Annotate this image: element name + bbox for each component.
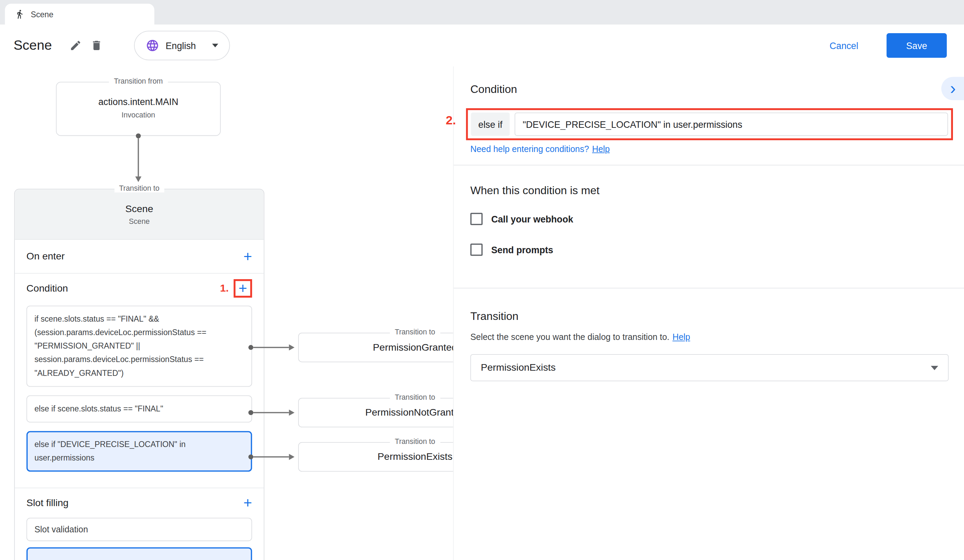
when-met-title: When this condition is met <box>471 184 599 197</box>
scene-card-header[interactable]: Scene Scene <box>15 189 264 240</box>
target-name: PermissionNotGranted <box>365 407 453 418</box>
connector-line <box>253 347 289 348</box>
edge-label: Transition to <box>390 437 440 446</box>
target-name: PermissionExists <box>378 451 453 462</box>
divider <box>454 165 964 166</box>
language-selector[interactable]: English <box>134 31 230 60</box>
edge-label: Transition to <box>390 393 440 401</box>
on-enter-section: On enter + <box>15 240 264 273</box>
webhook-checkbox-label: Call your webhook <box>491 214 573 224</box>
connector-line <box>138 138 139 177</box>
connector-dot <box>248 345 253 350</box>
edge-label: Transition to <box>114 184 164 192</box>
condition-section-title: Condition <box>27 283 68 294</box>
transition-help-link[interactable]: Help <box>673 332 690 342</box>
edge-label: Transition to <box>390 328 440 337</box>
app-window: Scene Scene English Cancel Save Transiti… <box>0 0 964 560</box>
graph-node-invocation[interactable]: Transition from actions.intent.MAIN Invo… <box>56 82 221 136</box>
tab-label: Scene <box>31 10 54 19</box>
slot-filling-section: Slot filling + Slot validation <box>15 488 264 560</box>
add-condition-button[interactable]: + <box>239 280 247 296</box>
help-prompt: Need help entering conditions? <box>471 144 589 154</box>
add-on-enter-button[interactable]: + <box>244 248 252 264</box>
arrow-right-icon <box>289 454 295 460</box>
target-node-permission-exists[interactable]: Transition to PermissionExists <box>298 442 453 472</box>
scene-name: Scene <box>125 203 153 214</box>
scene-type: Scene <box>129 217 150 225</box>
edit-title-button[interactable] <box>65 35 86 56</box>
arrow-right-icon <box>289 409 295 415</box>
divider <box>454 288 964 288</box>
transition-description: Select the scene you want the dialog to … <box>471 332 690 342</box>
condition-item-1[interactable]: if scene.slots.status == "FINAL" && (ses… <box>27 306 252 387</box>
language-label: English <box>166 41 196 51</box>
pencil-icon <box>70 39 82 52</box>
webhook-checkbox-row[interactable]: Call your webhook <box>471 213 573 225</box>
cancel-button[interactable]: Cancel <box>826 40 862 52</box>
select-caret-icon <box>931 366 938 370</box>
condition-help-line: Need help entering conditions?Help <box>471 144 610 154</box>
send-prompts-checkbox-label: Send prompts <box>491 244 553 255</box>
edge-label: Transition from <box>109 77 168 86</box>
partial-selected-item[interactable] <box>27 547 252 560</box>
arrow-down-icon <box>135 177 142 182</box>
globe-icon <box>146 39 160 52</box>
condition-prefix: else if <box>471 112 510 136</box>
chevron-right-icon: › <box>950 78 956 99</box>
collapse-panel-button[interactable]: › <box>941 77 964 101</box>
target-name: PermissionGranted <box>373 342 453 353</box>
panel-title: Condition <box>471 83 517 96</box>
connector-line <box>253 456 289 458</box>
condition-section: Condition 1. + if scene.slots.status == … <box>15 273 264 488</box>
annotation-box-2: else if <box>466 108 953 140</box>
slot-validation-item[interactable]: Slot validation <box>27 518 252 541</box>
app-header: Scene English Cancel Save <box>0 24 964 66</box>
transition-select-value: PermissionExists <box>481 362 556 373</box>
on-enter-title: On enter <box>27 251 65 262</box>
node-name: actions.intent.MAIN <box>57 96 220 107</box>
arrow-right-icon <box>289 344 295 351</box>
condition-expression-input[interactable] <box>515 112 948 136</box>
scene-graph: Transition from actions.intent.MAIN Invo… <box>0 66 453 560</box>
annotation-step-1: 1. <box>220 282 229 295</box>
transition-select[interactable]: PermissionExists <box>471 354 949 381</box>
webhook-checkbox[interactable] <box>471 213 483 225</box>
page-title: Scene <box>13 37 52 54</box>
slot-filling-title: Slot filling <box>27 498 69 508</box>
delete-scene-button[interactable] <box>86 35 107 56</box>
connector-dot <box>248 410 253 415</box>
tab-scene[interactable]: Scene <box>5 4 155 25</box>
scene-walk-icon <box>15 9 24 19</box>
send-prompts-checkbox-row[interactable]: Send prompts <box>471 244 553 256</box>
dropdown-caret-icon <box>212 44 218 47</box>
condition-help-link[interactable]: Help <box>592 144 610 154</box>
add-slot-button[interactable]: + <box>244 495 252 511</box>
transition-title: Transition <box>471 310 519 323</box>
condition-editor-panel: Condition › 2. else if Need help enterin… <box>453 66 964 560</box>
node-type: Invocation <box>57 111 220 119</box>
transition-desc-text: Select the scene you want the dialog to … <box>471 332 669 342</box>
annotation-box-1: + <box>233 279 252 298</box>
connector-line <box>253 412 289 413</box>
condition-item-3-selected[interactable]: else if "DEVICE_PRECISE_LOCATION" in use… <box>27 431 252 472</box>
send-prompts-checkbox[interactable] <box>471 244 483 256</box>
connector-dot <box>248 454 253 459</box>
connector-dot <box>136 133 140 138</box>
annotation-step-2: 2. <box>446 113 456 127</box>
condition-item-2[interactable]: else if scene.slots.status == "FINAL" <box>27 396 252 423</box>
save-button[interactable]: Save <box>887 33 947 58</box>
scene-node-card: Transition to Scene Scene On enter + Con… <box>14 189 264 560</box>
tab-bar: Scene <box>0 0 964 24</box>
target-node-permission-granted[interactable]: Transition to PermissionGranted <box>298 333 453 362</box>
target-node-permission-not-granted[interactable]: Transition to PermissionNotGranted <box>298 398 453 427</box>
trash-icon <box>91 39 103 52</box>
main-area: Transition from actions.intent.MAIN Invo… <box>0 66 964 560</box>
